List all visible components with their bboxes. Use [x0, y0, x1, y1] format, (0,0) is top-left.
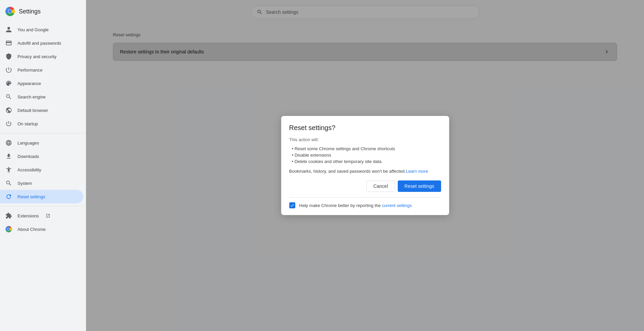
sidebar-divider-2: [0, 206, 86, 206]
sidebar-item-label: Accessibility: [17, 167, 41, 172]
sidebar-item-languages[interactable]: Languages: [0, 136, 83, 150]
checkbox-label-text: Help make Chrome better by reporting the: [299, 203, 382, 208]
person-icon: [5, 26, 12, 33]
accessibility-icon: [5, 166, 12, 173]
dialog-bullet-3: • Delete cookies and other temporary sit…: [289, 159, 441, 164]
sidebar-item-label: Search engine: [17, 94, 46, 99]
dialog-note-text: Bookmarks, history, and saved passwords …: [289, 169, 406, 174]
sidebar-item-downloads[interactable]: Downloads: [0, 150, 83, 163]
sidebar-item-label: Downloads: [17, 154, 39, 159]
sidebar-item-about-chrome[interactable]: About Chrome: [0, 222, 83, 236]
sidebar-item-performance[interactable]: Performance: [0, 63, 83, 77]
sidebar-item-label: Performance: [17, 68, 42, 73]
learn-more-link[interactable]: Learn more: [406, 169, 428, 174]
sidebar-item-label: Languages: [17, 140, 39, 146]
dialog-divider: [289, 197, 441, 198]
globe-icon: [5, 139, 12, 146]
dialog-overlay: Reset settings? This action will: • Rese…: [86, 0, 644, 331]
browser-icon: [5, 107, 12, 114]
current-settings-link[interactable]: current settings: [382, 203, 412, 208]
sidebar-item-label: Privacy and security: [17, 54, 56, 59]
cancel-button[interactable]: Cancel: [366, 180, 395, 192]
about-icon: [5, 226, 12, 233]
sidebar: Settings You and Google Autofill and pas…: [0, 0, 86, 331]
checkbox-label: Help make Chrome better by reporting the…: [299, 203, 412, 208]
sidebar-item-label: On startup: [17, 121, 38, 126]
dialog-bullet-1: • Reset some Chrome settings and Chrome …: [289, 146, 441, 151]
sidebar-item-appearance[interactable]: Appearance: [0, 77, 83, 90]
extension-icon: [5, 212, 12, 219]
autofill-icon: [5, 40, 12, 46]
system-icon: [5, 180, 12, 187]
sidebar-item-label: You and Google: [17, 27, 49, 32]
search-icon: [5, 93, 12, 100]
dialog-checkbox-row: Help make Chrome better by reporting the…: [289, 202, 441, 208]
sidebar-item-label: About Chrome: [17, 227, 46, 232]
chrome-logo-icon: [5, 7, 15, 16]
sidebar-item-label: Default browser: [17, 108, 48, 113]
sidebar-title: Settings: [19, 8, 41, 15]
sidebar-item-label: Extensions: [17, 213, 39, 218]
sidebar-item-autofill[interactable]: Autofill and passwords: [0, 36, 83, 50]
sidebar-item-you-and-google[interactable]: You and Google: [0, 23, 83, 36]
sidebar-item-extensions[interactable]: Extensions: [0, 209, 83, 222]
external-link-icon: [46, 213, 50, 218]
sidebar-item-reset-settings[interactable]: Reset settings: [0, 190, 83, 203]
sidebar-item-label: Autofill and passwords: [17, 41, 61, 46]
sidebar-item-system[interactable]: System: [0, 176, 83, 190]
sidebar-item-default-browser[interactable]: Default browser: [0, 104, 83, 117]
sidebar-divider: [0, 133, 86, 133]
reset-icon: [5, 193, 12, 200]
help-chrome-checkbox[interactable]: [289, 202, 295, 208]
sidebar-item-label: Reset settings: [17, 194, 45, 199]
dialog-title: Reset settings?: [289, 124, 441, 132]
sidebar-item-search-engine[interactable]: Search engine: [0, 90, 83, 104]
svg-point-5: [8, 228, 10, 230]
sidebar-header: Settings: [0, 3, 86, 23]
sidebar-item-accessibility[interactable]: Accessibility: [0, 163, 83, 176]
reset-settings-dialog: Reset settings? This action will: • Rese…: [281, 116, 449, 215]
sidebar-item-on-startup[interactable]: On startup: [0, 117, 83, 130]
svg-point-2: [8, 10, 12, 13]
checkmark-icon: [290, 203, 295, 208]
reset-settings-button[interactable]: Reset settings: [398, 180, 441, 192]
appearance-icon: [5, 80, 12, 87]
dialog-subtitle: This action will:: [289, 137, 441, 142]
performance-icon: [5, 67, 12, 73]
dialog-bullet-2: • Disable extensions: [289, 153, 441, 158]
sidebar-item-privacy[interactable]: Privacy and security: [0, 50, 83, 63]
sidebar-item-label: System: [17, 181, 32, 186]
download-icon: [5, 153, 12, 160]
main-content: Search settings Reset settings Restore s…: [86, 0, 644, 331]
power-icon: [5, 120, 12, 127]
shield-icon: [5, 53, 12, 60]
dialog-buttons: Cancel Reset settings: [289, 180, 441, 192]
dialog-note: Bookmarks, history, and saved passwords …: [289, 169, 441, 174]
sidebar-item-label: Appearance: [17, 81, 41, 86]
